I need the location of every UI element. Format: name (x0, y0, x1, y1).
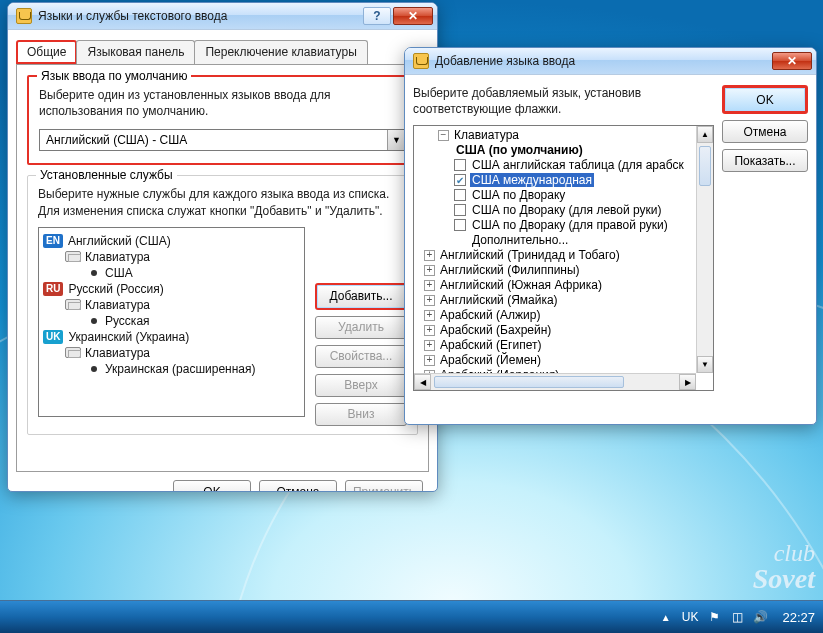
lang-badge: EN (43, 234, 63, 248)
cancel-button[interactable]: Отмена (722, 120, 808, 143)
add-input-language-window: Добавление языка ввода ✕ Выберите добавл… (404, 47, 817, 425)
tabs: Общие Языковая панель Переключение клави… (16, 40, 429, 64)
system-tray: ▲ UK ⚑ ◫ 🔊 22:27 (659, 601, 815, 633)
language-tree[interactable]: −КлавиатураСША (по умолчанию)США английс… (413, 125, 714, 391)
close-button[interactable]: ✕ (772, 52, 812, 70)
expand-icon[interactable]: + (424, 325, 435, 336)
keyboard-header: Клавиатура (452, 128, 521, 142)
expand-icon[interactable]: + (424, 295, 435, 306)
collapse-icon[interactable]: − (438, 130, 449, 141)
language-indicator[interactable]: UK (682, 610, 699, 624)
installed-languages-tree[interactable]: ENАнглийский (США)КлавиатураСШАRUРусский… (38, 227, 305, 417)
tab-general[interactable]: Общие (16, 40, 77, 64)
group-desc: Выберите один из установленных языков вв… (39, 87, 406, 119)
clock[interactable]: 22:27 (782, 610, 815, 625)
lang-name: Украинский (Украина) (68, 330, 189, 344)
more-link[interactable]: Дополнительно... (470, 233, 570, 247)
scroll-thumb[interactable] (434, 376, 624, 388)
lang-name: Английский (США) (68, 234, 171, 248)
language-item[interactable]: Английский (Южная Африка) (438, 278, 604, 292)
group-title: Установленные службы (36, 168, 177, 182)
scrollbar-vertical[interactable]: ▲ ▼ (696, 126, 713, 373)
network-icon[interactable]: ◫ (730, 610, 744, 624)
action-center-icon[interactable]: ⚑ (707, 610, 721, 624)
tab-key-switch[interactable]: Переключение клавиатуры (194, 40, 367, 64)
checkbox[interactable]: ✔ (454, 174, 466, 186)
bullet-icon (91, 270, 97, 276)
checkbox[interactable] (454, 159, 466, 171)
language-item[interactable]: Английский (Тринидад и Тобаго) (438, 248, 622, 262)
checkbox[interactable] (454, 189, 466, 201)
scroll-down-icon[interactable]: ▼ (697, 356, 713, 373)
tab-language-bar[interactable]: Языковая панель (76, 40, 195, 64)
select-value: Английский (США) - США (40, 133, 387, 147)
tray-overflow-icon[interactable]: ▲ (659, 610, 673, 624)
checkbox[interactable] (454, 204, 466, 216)
taskbar[interactable]: ▲ UK ⚑ ◫ 🔊 22:27 (0, 600, 823, 633)
chevron-down-icon[interactable]: ▼ (387, 130, 405, 150)
bullet-icon (91, 366, 97, 372)
scroll-right-icon[interactable]: ▶ (679, 374, 696, 390)
keyboard-label: Клавиатура (85, 250, 150, 264)
properties-button[interactable]: Свойства... (315, 345, 407, 368)
window-title: Языки и службы текстового ввода (38, 9, 363, 23)
language-item[interactable]: Арабский (Бахрейн) (438, 323, 553, 337)
ok-button[interactable]: OK (722, 85, 808, 114)
language-item[interactable]: Арабский (Египет) (438, 338, 543, 352)
help-button[interactable]: ? (363, 7, 391, 25)
keyboard-label: Клавиатура (85, 298, 150, 312)
up-button[interactable]: Вверх (315, 374, 407, 397)
language-item[interactable]: Английский (Ямайка) (438, 293, 560, 307)
cancel-button[interactable]: Отмена (259, 480, 337, 492)
window-title: Добавление языка ввода (435, 54, 772, 68)
layout-name: США (105, 266, 133, 280)
app-icon (16, 8, 32, 24)
scrollbar-horizontal[interactable]: ◀ ▶ (414, 373, 696, 390)
expand-icon[interactable]: + (424, 280, 435, 291)
group-title: Язык ввода по умолчанию (37, 69, 191, 83)
titlebar[interactable]: Языки и службы текстового ввода ? ✕ (8, 3, 437, 30)
show-button[interactable]: Показать... (722, 149, 808, 172)
default-language-select[interactable]: Английский (США) - США ▼ (39, 129, 406, 151)
layout-option[interactable]: США по Двораку (для левой руки) (470, 203, 664, 217)
titlebar[interactable]: Добавление языка ввода ✕ (405, 48, 816, 75)
down-button[interactable]: Вниз (315, 403, 407, 426)
app-icon (413, 53, 429, 69)
scroll-thumb[interactable] (699, 146, 711, 186)
expand-icon[interactable]: + (424, 340, 435, 351)
bullet-icon (91, 318, 97, 324)
layout-option[interactable]: США международная (470, 173, 594, 187)
keyboard-label: Клавиатура (85, 346, 150, 360)
scroll-left-icon[interactable]: ◀ (414, 374, 431, 390)
add-button[interactable]: Добавить... (315, 283, 407, 310)
layout-option[interactable]: США английская таблица (для арабск (470, 158, 686, 172)
close-button[interactable]: ✕ (393, 7, 433, 25)
default-layout[interactable]: США (по умолчанию) (454, 143, 585, 157)
language-item[interactable]: Арабский (Йемен) (438, 353, 543, 367)
expand-icon[interactable]: + (424, 250, 435, 261)
remove-button[interactable]: Удалить (315, 316, 407, 339)
volume-icon[interactable]: 🔊 (753, 610, 767, 624)
lang-badge: RU (43, 282, 63, 296)
installed-services-group: Установленные службы Выберите нужные слу… (27, 175, 418, 434)
expand-icon[interactable]: + (424, 310, 435, 321)
ok-button[interactable]: OK (173, 480, 251, 492)
keyboard-icon (65, 251, 81, 262)
layout-option[interactable]: США по Двораку (для правой руки) (470, 218, 670, 232)
expand-icon[interactable]: + (424, 355, 435, 366)
scroll-up-icon[interactable]: ▲ (697, 126, 713, 143)
keyboard-icon (65, 299, 81, 310)
keyboard-icon (65, 347, 81, 358)
layout-option[interactable]: США по Двораку (470, 188, 567, 202)
watermark: club Sovet (753, 541, 815, 593)
expand-icon[interactable]: + (424, 265, 435, 276)
language-item[interactable]: Арабский (Алжир) (438, 308, 542, 322)
layout-name: Украинская (расширенная) (105, 362, 255, 376)
lang-badge: UK (43, 330, 63, 344)
apply-button[interactable]: Применить (345, 480, 423, 492)
group-desc: Выберите нужные службы для каждого языка… (38, 186, 407, 218)
checkbox[interactable] (454, 219, 466, 231)
text-services-window: Языки и службы текстового ввода ? ✕ Общи… (7, 2, 438, 492)
lang-name: Русский (Россия) (68, 282, 163, 296)
language-item[interactable]: Английский (Филиппины) (438, 263, 582, 277)
